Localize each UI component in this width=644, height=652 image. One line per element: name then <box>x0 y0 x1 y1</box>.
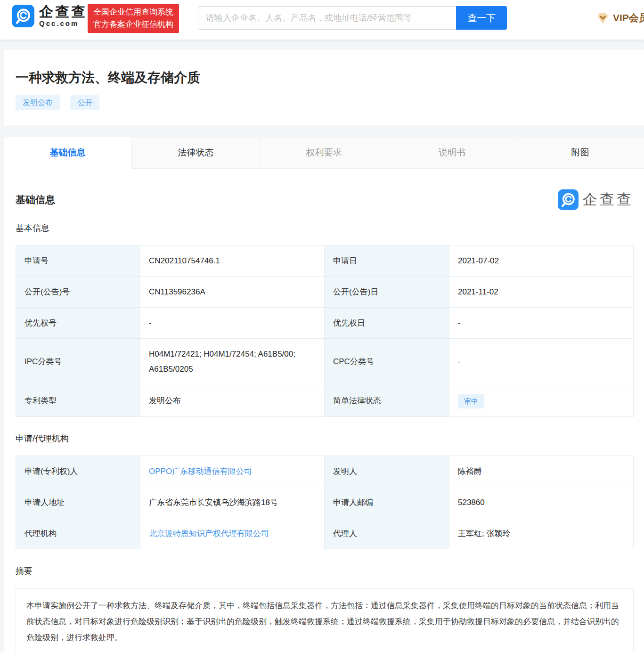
patent-title: 一种求救方法、终端及存储介质 <box>16 69 644 87</box>
patent-tag-row: 发明公布 公开 <box>16 95 644 110</box>
patent-publicity-tag: 公开 <box>70 95 99 110</box>
search-input[interactable] <box>198 6 456 30</box>
cell-value: 北京派特恩知识产权代理有限公司 <box>140 518 325 549</box>
cell-value: 陈裕爵 <box>449 456 634 487</box>
cell-value: OPPO广东移动通信有限公司 <box>140 456 325 487</box>
cell-value: CN202110754746.1 <box>140 245 325 277</box>
patent-type-tag: 发明公布 <box>16 95 60 110</box>
vip-link[interactable]: VIP会员 <box>596 11 644 24</box>
tab-description[interactable]: 说明书 <box>388 137 516 169</box>
cell-label: 申请人邮编 <box>325 487 449 518</box>
basic-info-table: 申请号 CN202110754746.1 申请日 2021-07-02 公开(公… <box>16 245 634 417</box>
cell-label: 公开(公告)日 <box>325 277 449 308</box>
cell-label: 发明人 <box>325 456 449 487</box>
abstract-subheading: 摘要 <box>16 565 634 577</box>
cell-label: 申请(专利权)人 <box>16 456 140 487</box>
cell-value: - <box>140 308 325 339</box>
cell-value: 2021-07-02 <box>449 245 634 277</box>
qcc-watermark: 企查查 <box>558 189 634 210</box>
cell-label: 代理机构 <box>16 518 140 549</box>
vip-diamond-icon <box>596 12 609 24</box>
search-button[interactable]: 查一下 <box>456 6 507 30</box>
cell-label: 优先权日 <box>325 308 449 339</box>
brand-name-cn: 企查查 <box>39 4 87 19</box>
cell-label: CPC分类号 <box>325 339 449 385</box>
cell-label: 申请人地址 <box>16 487 140 518</box>
search-bar: 查一下 <box>198 6 507 30</box>
tab-figures[interactable]: 附图 <box>516 137 644 169</box>
qcc-watermark-logo-icon <box>558 189 579 210</box>
legal-status-badge: 审中 <box>458 394 484 408</box>
agency-table: 申请(专利权)人 OPPO广东移动通信有限公司 发明人 陈裕爵 申请人地址 广东… <box>16 456 634 549</box>
cell-value: - <box>449 339 634 385</box>
cell-label: IPC分类号 <box>16 339 140 385</box>
tab-claims[interactable]: 权利要求 <box>260 137 388 169</box>
cell-value: 广东省东莞市长安镇乌沙海滨路18号 <box>140 487 325 518</box>
certification-badge-line2: 官方备案企业征信机构 <box>93 18 173 31</box>
agency-link[interactable]: 北京派特恩知识产权代理有限公司 <box>149 526 269 541</box>
qcc-logo[interactable]: 企查查 Qcc.com <box>12 4 87 28</box>
agency-subheading: 申请/代理机构 <box>16 433 634 444</box>
applicant-link[interactable]: OPPO广东移动通信有限公司 <box>149 464 252 479</box>
vip-label: VIP会员 <box>613 11 644 24</box>
detail-tabs: 基础信息 法律状态 权利要求 说明书 附图 <box>4 137 644 169</box>
cell-value: H04M1/72421; H04M1/72454; A61B5/00; A61B… <box>140 339 325 385</box>
patent-title-card: 一种求救方法、终端及存储介质 发明公布 公开 <box>4 50 644 125</box>
cell-value: - <box>449 308 634 339</box>
top-header: 企查查 Qcc.com 全国企业信用查询系统 官方备案企业征信机构 查一下 VI… <box>0 0 644 40</box>
certification-badge: 全国企业信用查询系统 官方备案企业征信机构 <box>88 4 179 33</box>
cell-label: 申请号 <box>16 245 140 277</box>
abstract-text: 本申请实施例公开了一种求救方法、终端及存储介质，其中，终端包括信息采集器件，方法… <box>16 588 634 652</box>
cell-value: 审中 <box>449 385 634 417</box>
cell-value: 2021-11-02 <box>449 277 634 308</box>
basic-info-panel: 企查查 基础信息 基本信息 申请号 CN202110754746.1 申请日 2… <box>4 169 644 652</box>
cell-label: 简单法律状态 <box>325 385 449 417</box>
qcc-logo-icon <box>12 5 34 27</box>
brand-name-en: Qcc.com <box>39 19 87 28</box>
cell-value: CN113596236A <box>140 277 325 308</box>
basic-info-subheading: 基本信息 <box>16 222 634 234</box>
watermark-text: 企查查 <box>583 190 634 210</box>
cell-value: 王军红; 张颖玲 <box>449 518 634 549</box>
cell-value: 523860 <box>449 487 634 518</box>
cell-value: 发明公布 <box>140 385 325 417</box>
cell-label: 公开(公告)号 <box>16 277 140 308</box>
cell-label: 优先权号 <box>16 308 140 339</box>
certification-badge-line1: 全国企业信用查询系统 <box>93 6 173 18</box>
section-heading: 基础信息 <box>16 169 634 206</box>
cell-label: 专利类型 <box>16 385 140 417</box>
tab-legal-status[interactable]: 法律状态 <box>132 137 260 169</box>
cell-label: 申请日 <box>325 245 449 277</box>
cell-label: 代理人 <box>325 518 449 549</box>
tab-basic-info[interactable]: 基础信息 <box>4 137 132 169</box>
